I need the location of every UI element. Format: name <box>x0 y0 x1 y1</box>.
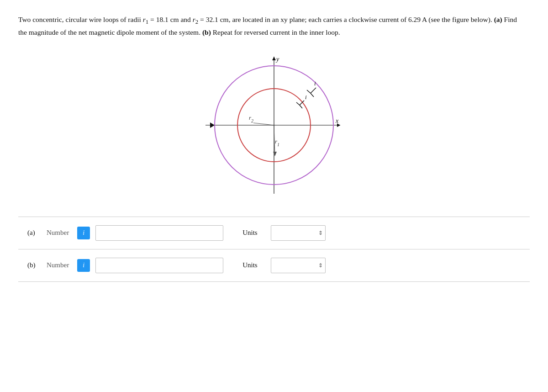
units-select-a[interactable]: A·m² J/T T·m² <box>271 225 326 241</box>
svg-text:i: i <box>305 94 307 101</box>
svg-line-18 <box>296 102 300 105</box>
svg-text:x: x <box>335 117 339 124</box>
svg-line-15 <box>311 93 314 97</box>
page-container: Two concentric, circular wire loops of r… <box>0 0 548 392</box>
svg-line-13 <box>311 88 316 93</box>
row-label-b: (b) <box>27 261 41 269</box>
diagram-area: x y r2 r1 <box>18 48 530 203</box>
info-button-a[interactable]: i <box>77 227 90 239</box>
number-label-b: Number <box>47 261 69 269</box>
number-label-a: Number <box>47 229 69 237</box>
units-label-b: Units <box>242 261 261 269</box>
svg-marker-12 <box>273 152 277 156</box>
svg-text:r1: r1 <box>275 138 279 147</box>
svg-line-9 <box>253 123 274 125</box>
svg-text:i: i <box>314 80 316 87</box>
units-label-a: Units <box>242 229 261 237</box>
svg-line-14 <box>307 90 311 93</box>
info-button-b[interactable]: i <box>77 259 90 272</box>
svg-text:r2: r2 <box>249 114 253 123</box>
answer-section: (a) Number i Units A·m² J/T T·m² ⇕ (b) N… <box>18 217 530 282</box>
units-select-wrapper-b: A·m² J/T T·m² ⇕ <box>271 258 326 273</box>
answer-row-a: (a) Number i Units A·m² J/T T·m² ⇕ <box>18 217 530 249</box>
svg-marker-21 <box>210 122 215 128</box>
diagram-svg: x y r2 r1 <box>201 52 347 198</box>
units-select-b[interactable]: A·m² J/T T·m² <box>271 258 326 273</box>
answer-row-b: (b) Number i Units A·m² J/T T·m² ⇕ <box>18 249 530 282</box>
problem-text: Two concentric, circular wire loops of r… <box>18 14 521 38</box>
svg-line-19 <box>300 105 302 108</box>
svg-marker-3 <box>272 57 276 60</box>
number-input-b[interactable] <box>95 258 223 273</box>
number-input-a[interactable] <box>95 225 223 241</box>
svg-text:y: y <box>275 56 279 63</box>
units-select-wrapper-a: A·m² J/T T·m² ⇕ <box>271 225 326 241</box>
row-label-a: (a) <box>27 229 41 237</box>
